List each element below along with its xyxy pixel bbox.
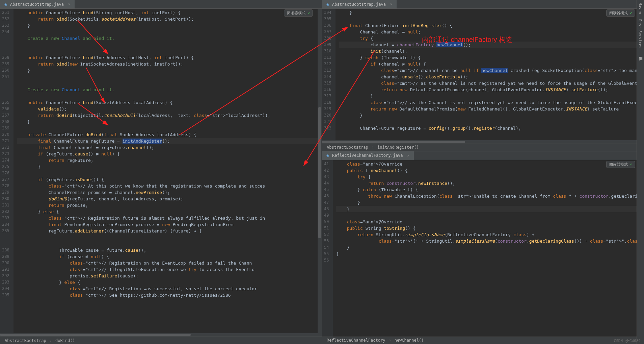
crumb-class[interactable]: AbstractBootstrap	[5, 338, 46, 343]
rbot-tabbar: ◉ ReflectiveChannelFactory.java ×	[322, 151, 644, 160]
code-area[interactable]: } final ChannelFuture initAndRegister() …	[336, 9, 644, 144]
left-editor[interactable]: 2512522532542582592602612652662672682692…	[0, 9, 322, 337]
rtop-breadcrumbs[interactable]: AbstractBootstrap › initAndRegister()	[322, 144, 644, 151]
reader-mode-badge[interactable]: 阅读器模式 ✔	[606, 9, 635, 17]
tab-label: ReflectiveChannelFactory.java	[332, 153, 403, 158]
check-icon: ✔	[307, 11, 310, 15]
crumb-method[interactable]: doBind()	[55, 338, 75, 343]
tool-maven[interactable]: Maven	[637, 0, 643, 17]
check-icon: ✔	[630, 11, 632, 15]
tab-rbot-file[interactable]: ◉ ReflectiveChannelFactory.java ×	[322, 151, 414, 160]
reader-mode-badge[interactable]: 阅读器模式 ✔	[606, 161, 635, 168]
right-tool-strip[interactable]: Maven Rest Services 数据库	[637, 0, 644, 344]
rtop-editor[interactable]: 3043053063073083093103113123133143153163…	[322, 9, 644, 144]
tab-left-file[interactable]: ◉ AbstractBootstrap.java ×	[0, 0, 75, 8]
left-breadcrumbs[interactable]: AbstractBootstrap › doBind()	[0, 337, 322, 344]
chevron-icon: ›	[50, 338, 52, 343]
crumb-method[interactable]: initAndRegister()	[377, 145, 419, 150]
scroll-thumb[interactable]	[322, 141, 465, 143]
watermark: CSDN @HGW689	[614, 339, 641, 343]
horizontal-scrollbar[interactable]	[0, 333, 318, 337]
code-area[interactable]: public ChannelFuture bind(String inetHos…	[14, 9, 322, 337]
rbot-breadcrumbs[interactable]: ReflectiveChannelFactory › newChannel()	[322, 337, 644, 344]
tool-rest[interactable]: Rest Services	[637, 17, 643, 51]
horizontal-scrollbar[interactable]	[322, 140, 640, 144]
close-icon[interactable]: ×	[67, 2, 71, 6]
check-icon: ✔	[630, 162, 632, 167]
chevron-icon: ›	[388, 338, 391, 343]
scroll-thumb[interactable]	[0, 334, 191, 336]
right-top-editor-panel: ◉ AbstractBootstrap.java × 阅读器模式 ✔ 30430…	[322, 0, 644, 151]
reader-mode-label: 阅读器模式	[609, 10, 628, 16]
vertical-scrollbar[interactable]	[318, 9, 322, 337]
right-bottom-editor-panel: ◉ ReflectiveChannelFactory.java × 阅读器模式 …	[322, 151, 644, 344]
right-panel-stack: ◉ AbstractBootstrap.java × 阅读器模式 ✔ 30430…	[322, 0, 644, 344]
tab-label: AbstractBootstrap.java	[332, 2, 386, 7]
left-tabbar: ◉ AbstractBootstrap.java ×	[0, 0, 322, 9]
left-editor-panel: ◉ AbstractBootstrap.java × 阅读器模式 ✔ 25125…	[0, 0, 322, 344]
reader-mode-label: 阅读器模式	[287, 10, 305, 16]
chevron-icon: ›	[372, 145, 374, 150]
tab-rtop-file[interactable]: ◉ AbstractBootstrap.java ×	[322, 0, 397, 8]
line-gutter: 41424344454647484950515253545556	[322, 160, 333, 337]
crumb-method[interactable]: newChannel()	[395, 338, 424, 343]
rtop-tabbar: ◉ AbstractBootstrap.java ×	[322, 0, 644, 9]
tab-label: AbstractBootstrap.java	[10, 2, 64, 7]
line-gutter: 3043053063073083093103113123133143153163…	[322, 9, 336, 144]
code-area[interactable]: class="ann">@Override public T newChanne…	[333, 160, 644, 337]
java-class-icon: ◉	[3, 2, 8, 7]
tool-db[interactable]: 数据库	[637, 51, 644, 56]
line-gutter: 2512522532542582592602612652662672682692…	[0, 9, 14, 337]
crumb-class[interactable]: AbstractBootstrap	[327, 145, 368, 150]
scroll-thumb[interactable]	[318, 107, 321, 238]
close-icon[interactable]: ×	[406, 153, 410, 157]
java-class-icon: ◉	[325, 2, 330, 7]
crumb-class[interactable]: ReflectiveChannelFactory	[327, 338, 385, 343]
reader-mode-badge[interactable]: 阅读器模式 ✔	[284, 9, 313, 17]
rbot-editor[interactable]: 41424344454647484950515253545556 class="…	[322, 160, 644, 337]
reader-mode-label: 阅读器模式	[609, 162, 628, 167]
close-icon[interactable]: ×	[389, 2, 393, 6]
java-class-icon: ◉	[325, 153, 330, 158]
